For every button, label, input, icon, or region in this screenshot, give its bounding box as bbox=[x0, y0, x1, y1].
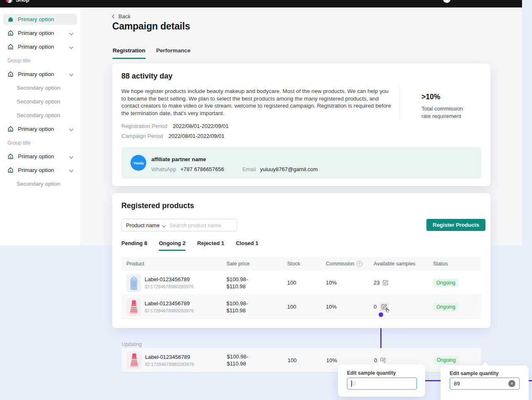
sale-price: $100.98- $110.98 bbox=[227, 353, 288, 367]
sidebar-item-secondary[interactable]: Secondary option bbox=[3, 110, 77, 121]
sidebar-item-secondary[interactable]: Secondary option bbox=[3, 82, 77, 93]
home-icon bbox=[7, 126, 14, 132]
status-tabs: Pending 8 Ongoing 2 Rejected 1 Closed 1 bbox=[121, 240, 259, 251]
edit-icon[interactable] bbox=[382, 280, 389, 286]
home-icon bbox=[7, 44, 14, 50]
brand-label: Shop bbox=[16, 0, 30, 3]
campaign-title: 88 activity day bbox=[121, 72, 172, 81]
table-header: Product Sale price Stock Commission? Ava… bbox=[121, 257, 481, 271]
sidebar-item-secondary[interactable]: Secondary option bbox=[3, 96, 77, 107]
product-id: ID:17284678980283976 bbox=[145, 284, 194, 289]
sample-quantity-input[interactable]: 89 × bbox=[450, 378, 520, 390]
popover-title: Edit sample quantity bbox=[450, 371, 498, 376]
chevron-down-icon bbox=[69, 127, 74, 131]
product-id: ID:17284678980283976 bbox=[145, 362, 194, 367]
sidebar-item-primary[interactable]: Primary option bbox=[3, 151, 77, 162]
tab-ongoing[interactable]: Ongoing 2 bbox=[159, 240, 185, 251]
chevron-left-icon bbox=[112, 15, 116, 19]
commission-requirement-value: >10% bbox=[421, 93, 440, 101]
tab-rejected[interactable]: Rejected 1 bbox=[197, 240, 224, 251]
samples-value: 0 bbox=[374, 304, 377, 310]
campaign-description: We hope register products include beauty… bbox=[121, 88, 392, 117]
product-label: Label-0123456789 bbox=[145, 300, 194, 307]
stock-value: 100 bbox=[288, 357, 326, 363]
sale-price: $100.98- $110.98 bbox=[227, 276, 287, 290]
tab-performance[interactable]: Performance bbox=[156, 47, 191, 59]
tab-pending[interactable]: Pending 8 bbox=[121, 240, 147, 251]
popover-arrow bbox=[481, 362, 489, 369]
registered-products-title: Registered products bbox=[121, 201, 194, 210]
sidebar-item-primary[interactable]: Primary option bbox=[3, 69, 77, 80]
product-label: Label-0123456789 bbox=[145, 276, 194, 282]
samples-value: 0 bbox=[374, 357, 377, 363]
sidebar-item-primary[interactable]: Primary option bbox=[3, 41, 77, 52]
clear-input-button[interactable]: × bbox=[508, 380, 515, 387]
home-icon bbox=[7, 16, 14, 22]
chevron-down-icon bbox=[69, 31, 74, 35]
product-id: ID:17284678980283976 bbox=[145, 308, 194, 313]
home-icon bbox=[7, 30, 14, 36]
table-body: Label-0123456789 ID:17284678980283976 $1… bbox=[121, 271, 481, 319]
cursor-hand-icon bbox=[384, 307, 391, 315]
avatar[interactable] bbox=[443, 0, 451, 3]
registered-products-card: Registered products Product name Search … bbox=[112, 193, 490, 328]
table-row: Label-0123456789 ID:17284678980283976 $1… bbox=[121, 295, 481, 319]
partner-name: affiliate partner name bbox=[151, 156, 206, 162]
tab-closed[interactable]: Closed 1 bbox=[236, 240, 258, 251]
status-badge: Ongoing bbox=[433, 303, 458, 311]
search-input[interactable]: Search product name bbox=[170, 222, 221, 228]
stock-value: 100 bbox=[287, 280, 326, 286]
product-image-dress bbox=[127, 351, 142, 369]
home-icon bbox=[7, 71, 14, 77]
campaign-card: 88 activity day We hope register product… bbox=[112, 64, 490, 186]
chevron-down-icon bbox=[69, 45, 74, 49]
affiliate-partner-box: Yoola affiliate partner name WhatsApp +7… bbox=[121, 147, 481, 179]
popover-title: Edit sample quantity bbox=[347, 370, 396, 376]
filter-dropdown[interactable]: Product name bbox=[126, 222, 160, 228]
campaign-period: Campaign Period2022/08/01-2022/09/01 bbox=[121, 133, 224, 139]
commission-value: 10% bbox=[326, 280, 374, 286]
flow-connector-dot bbox=[379, 312, 383, 317]
updating-label: Updating bbox=[122, 341, 142, 347]
product-label: Label-0123456789 bbox=[145, 354, 194, 360]
topbar: Shop bbox=[0, 0, 522, 7]
tiktok-logo-icon bbox=[6, 0, 12, 3]
back-button[interactable]: Back bbox=[113, 13, 131, 20]
sidebar-item-primary[interactable]: Primary option bbox=[3, 164, 77, 176]
commission-value: 10% bbox=[326, 357, 374, 363]
sidebar-item-primary[interactable]: Primary option bbox=[3, 123, 77, 135]
commission-requirement-caption: Total commission rate requirement bbox=[421, 105, 470, 120]
chevron-down-icon bbox=[69, 168, 74, 172]
help-icon[interactable]: ? bbox=[357, 261, 362, 267]
product-image-jacket bbox=[126, 274, 141, 292]
updating-table-row: Label-0123456789 ID:17284678980283976 $1… bbox=[122, 348, 481, 373]
page-title: Campaign details bbox=[112, 21, 190, 32]
status-badge: Ongoing bbox=[433, 356, 459, 364]
page: Shop Primary option Primary option Prima… bbox=[0, 0, 532, 400]
stock-value: 100 bbox=[287, 304, 326, 310]
sidebar-group-title: Group title bbox=[3, 137, 77, 148]
sidebar-item-secondary[interactable]: Secondary option bbox=[3, 178, 77, 189]
partner-contact: WhatsApp +787 6786657656 Email yuiuuy876… bbox=[151, 166, 318, 172]
chevron-down-icon bbox=[69, 155, 74, 159]
search-box[interactable]: Product name Search product name bbox=[121, 219, 237, 231]
text-caret bbox=[351, 380, 352, 387]
sample-quantity-input[interactable]: 0 bbox=[347, 378, 417, 390]
commission-value: 10% bbox=[326, 304, 374, 310]
divider bbox=[399, 86, 400, 120]
sidebar-item-primary[interactable]: Primary option bbox=[3, 14, 77, 25]
sidebar-item-primary[interactable]: Primary option bbox=[3, 27, 77, 39]
tab-registration[interactable]: Registration bbox=[113, 47, 145, 59]
partner-avatar: Yoola bbox=[131, 155, 146, 171]
samples-value: 23 bbox=[374, 280, 379, 286]
chevron-down-icon bbox=[162, 224, 165, 227]
register-products-button[interactable]: Register Products bbox=[426, 219, 485, 231]
home-icon bbox=[7, 153, 14, 160]
edit-sample-popover: Edit sample quantity 0 bbox=[338, 364, 425, 397]
home-icon bbox=[7, 167, 14, 173]
status-badge: Ongoing bbox=[433, 279, 458, 287]
sidebar: Primary option Primary option Primary op… bbox=[0, 7, 80, 245]
sale-price: $100.98- $110.98 bbox=[227, 300, 287, 314]
sidebar-group-title: Group title bbox=[3, 55, 77, 66]
chevron-down-icon bbox=[69, 72, 74, 76]
